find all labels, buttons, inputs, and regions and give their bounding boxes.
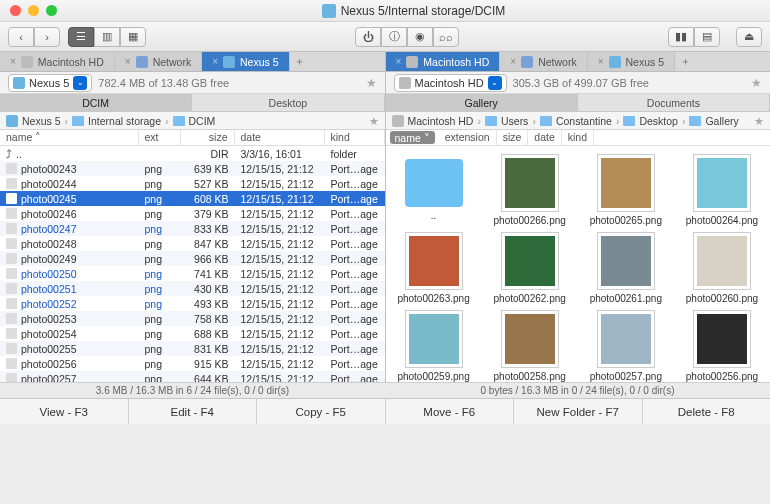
close-tab-icon[interactable]: × [10, 56, 16, 67]
eject-button[interactable]: ⏏ [736, 27, 762, 47]
favorite-icon[interactable]: ★ [369, 115, 379, 127]
close-tab-icon[interactable]: × [212, 56, 218, 67]
grid-label: photo00263.png [397, 293, 469, 304]
panel-tab[interactable]: ×Macintosh HD [386, 52, 501, 71]
favorite-icon[interactable]: ★ [366, 76, 377, 90]
device-selector[interactable]: Nexus 5⌄ [8, 74, 92, 92]
col-ext[interactable]: extension [439, 130, 497, 145]
file-row[interactable]: photo00254png688 KB12/15/15, 21:12Port…a… [0, 326, 385, 341]
icon-grid[interactable]: ..photo00266.pngphoto00265.pngphoto00264… [386, 146, 771, 382]
quicklook-button[interactable]: ◉ [407, 27, 433, 47]
col-date[interactable]: date [528, 130, 561, 145]
panel-tab[interactable]: ×Nexus 5 [202, 52, 289, 71]
col-name[interactable]: name ˄ [0, 130, 139, 145]
command-button[interactable]: Move - F6 [386, 399, 515, 424]
grid-item[interactable]: photo00260.png [680, 232, 764, 304]
grid-item[interactable]: photo00261.png [584, 232, 668, 304]
file-row[interactable]: photo00257png644 KB12/15/15, 21:12Port…a… [0, 371, 385, 382]
category-tab[interactable]: DCIM [0, 94, 192, 111]
panel-tab[interactable]: ×Macintosh HD [0, 52, 115, 71]
panel-tab[interactable]: ×Network [500, 52, 587, 71]
file-date: 12/15/15, 21:12 [235, 178, 325, 190]
grid-item[interactable]: photo00264.png [680, 154, 764, 226]
file-list[interactable]: ⤴..DIR3/3/16, 16:01folderphoto00243png63… [0, 146, 385, 382]
add-tab-button[interactable]: ＋ [290, 52, 310, 71]
forward-button[interactable]: › [34, 27, 60, 47]
grid-item[interactable]: photo00262.png [488, 232, 572, 304]
close-window-button[interactable] [10, 5, 21, 16]
file-kind: Port…age [325, 193, 385, 205]
grid-item[interactable]: .. [392, 154, 476, 226]
favorite-icon[interactable]: ★ [751, 76, 762, 90]
zoom-window-button[interactable] [46, 5, 57, 16]
category-tab[interactable]: Gallery [386, 94, 578, 111]
back-button[interactable]: ‹ [8, 27, 34, 47]
minimize-window-button[interactable] [28, 5, 39, 16]
file-row[interactable]: photo00255png831 KB12/15/15, 21:12Port…a… [0, 341, 385, 356]
crumb-item[interactable]: Gallery [705, 115, 738, 127]
favorite-icon[interactable]: ★ [754, 115, 764, 127]
close-tab-icon[interactable]: × [598, 56, 604, 67]
grid-item[interactable]: photo00257.png [584, 310, 668, 382]
col-date[interactable]: date [235, 130, 325, 145]
crumb-item[interactable]: Desktop [639, 115, 678, 127]
col-ext[interactable]: ext [139, 130, 181, 145]
terminal-button[interactable]: ▤ [694, 27, 720, 47]
command-button[interactable]: Copy - F5 [257, 399, 386, 424]
file-row[interactable]: ⤴..DIR3/3/16, 16:01folder [0, 146, 385, 161]
add-tab-button[interactable]: ＋ [675, 52, 695, 71]
col-size[interactable]: size [181, 130, 235, 145]
file-date: 12/15/15, 21:12 [235, 223, 325, 235]
info-button[interactable]: ⓘ [381, 27, 407, 47]
panel-tab[interactable]: ×Network [115, 52, 202, 71]
file-row[interactable]: photo00245png608 KB12/15/15, 21:12Port…a… [0, 191, 385, 206]
grid-item[interactable]: photo00266.png [488, 154, 572, 226]
grid-item[interactable]: photo00258.png [488, 310, 572, 382]
view-list-button[interactable]: ☰ [68, 27, 94, 47]
device-selector[interactable]: Macintosh HD⌄ [394, 74, 507, 92]
file-row[interactable]: photo00249png966 KB12/15/15, 21:12Port…a… [0, 251, 385, 266]
crumb-item[interactable]: Constantine [556, 115, 612, 127]
file-row[interactable]: photo00253png758 KB12/15/15, 21:12Port…a… [0, 311, 385, 326]
file-row[interactable]: photo00244png527 KB12/15/15, 21:12Port…a… [0, 176, 385, 191]
file-row[interactable]: photo00246png379 KB12/15/15, 21:12Port…a… [0, 206, 385, 221]
grid-item[interactable]: photo00265.png [584, 154, 668, 226]
file-row[interactable]: photo00252png493 KB12/15/15, 21:12Port…a… [0, 296, 385, 311]
command-button[interactable]: Edit - F4 [129, 399, 258, 424]
file-row[interactable]: photo00248png847 KB12/15/15, 21:12Port…a… [0, 236, 385, 251]
file-size: 379 KB [181, 208, 235, 220]
col-size[interactable]: size [497, 130, 529, 145]
command-button[interactable]: Delete - F8 [643, 399, 771, 424]
col-kind[interactable]: kind [325, 130, 385, 145]
file-row[interactable]: photo00256png915 KB12/15/15, 21:12Port…a… [0, 356, 385, 371]
command-button[interactable]: New Folder - F7 [514, 399, 643, 424]
file-row[interactable]: photo00250png741 KB12/15/15, 21:12Port…a… [0, 266, 385, 281]
dual-pane-button[interactable]: ▮▮ [668, 27, 694, 47]
grid-item[interactable]: photo00263.png [392, 232, 476, 304]
close-tab-icon[interactable]: × [125, 56, 131, 67]
close-tab-icon[interactable]: × [396, 56, 402, 67]
file-row[interactable]: photo00243png639 KB12/15/15, 21:12Port…a… [0, 161, 385, 176]
grid-item[interactable]: photo00256.png [680, 310, 764, 382]
crumb-item[interactable]: Macintosh HD [408, 115, 474, 127]
grid-item[interactable]: photo00259.png [392, 310, 476, 382]
toggle-button[interactable]: ⏻ [355, 27, 381, 47]
close-tab-icon[interactable]: × [510, 56, 516, 67]
crumb-item[interactable]: Internal storage [88, 115, 161, 127]
view-icons-button[interactable]: ▦ [120, 27, 146, 47]
col-name[interactable]: name ˅ [390, 131, 435, 144]
panel-tab[interactable]: ×Nexus 5 [588, 52, 675, 71]
search-button[interactable]: ⌕⌕ [433, 27, 459, 47]
view-columns-button[interactable]: ▥ [94, 27, 120, 47]
category-tab[interactable]: Documents [578, 94, 770, 111]
command-button[interactable]: View - F3 [0, 399, 129, 424]
category-tab[interactable]: Desktop [192, 94, 384, 111]
file-ext: png [139, 238, 181, 250]
col-kind[interactable]: kind [562, 130, 594, 145]
crumb-item[interactable]: Users [501, 115, 528, 127]
file-size: 966 KB [181, 253, 235, 265]
crumb-item[interactable]: DCIM [189, 115, 216, 127]
file-row[interactable]: photo00251png430 KB12/15/15, 21:12Port…a… [0, 281, 385, 296]
file-row[interactable]: photo00247png833 KB12/15/15, 21:12Port…a… [0, 221, 385, 236]
crumb-item[interactable]: Nexus 5 [22, 115, 61, 127]
